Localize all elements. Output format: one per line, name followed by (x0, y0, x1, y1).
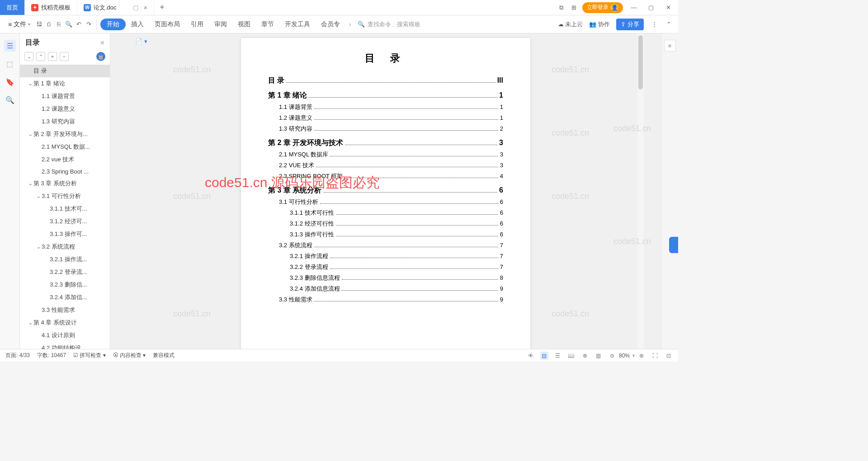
outline-item[interactable]: 3.1.3 操作可... (20, 228, 110, 240)
word-count[interactable]: 字数: 10467 (37, 352, 66, 359)
zoom-dropdown-icon[interactable]: ▾ (632, 353, 635, 358)
layout-icon[interactable]: ⧉ (557, 4, 565, 12)
watermark-bg: code51.cn (173, 192, 211, 201)
close-icon[interactable]: × (144, 4, 148, 11)
ai-assist-icon[interactable]: 🤖 (96, 52, 105, 61)
search-panel-icon[interactable]: 🔍 (4, 94, 16, 106)
outline-item[interactable]: ⌄第 4 章 系统设计 (20, 316, 110, 329)
tab-template[interactable]: ✦ 找稻壳模板 (25, 0, 77, 15)
tab-dup-icon[interactable]: ▢ (133, 4, 138, 11)
expand-all-icon[interactable]: ⌃ (36, 52, 45, 61)
nav-icon[interactable]: ⬚ (4, 58, 16, 70)
coop-button[interactable]: 👥 协作 (589, 20, 610, 28)
close-panel-icon[interactable]: × (100, 39, 104, 47)
outline-item[interactable]: 1.1 课题背景 (20, 90, 110, 103)
side-tab-icon[interactable] (669, 237, 678, 253)
cloud-icon: ☁ (558, 21, 564, 28)
right-collapse-bar: ≡ (661, 33, 678, 349)
titlebar-right: ⧉ ⊞ 立即登录 👤 — ▢ ✕ (557, 0, 678, 15)
login-button[interactable]: 立即登录 👤 (582, 2, 623, 13)
outline-view-icon[interactable]: ☰ (554, 352, 562, 360)
outline-item[interactable]: 2.1 MYSQL 数据... (20, 141, 110, 153)
layout-icon[interactable]: ⎙ (45, 20, 53, 28)
read-view-icon[interactable]: 📖 (567, 352, 576, 360)
compat-mode[interactable]: 兼容模式 (153, 352, 175, 359)
save-icon[interactable]: 🖫 (35, 20, 43, 28)
expand-right-icon[interactable]: ≡ (664, 40, 676, 52)
outline-icon[interactable]: ☰ (4, 40, 16, 52)
more-tabs-icon[interactable]: › (349, 21, 351, 28)
outline-title: 目录 (25, 38, 100, 47)
redo-icon[interactable]: ↷ (85, 20, 93, 28)
undo-icon[interactable]: ↶ (75, 20, 83, 28)
bookmark-icon[interactable]: 🔖 (4, 76, 16, 88)
settings-icon[interactable]: ⊡ (665, 352, 673, 360)
ribbon-tab-0[interactable]: 开始 (100, 19, 126, 30)
menu-button[interactable]: ≡ 文件 ▾ (5, 19, 33, 30)
outline-item[interactable]: ⌄第 1 章 绪论 (20, 77, 110, 90)
tab-document[interactable]: W 论文.doc ▢ × (77, 0, 154, 15)
outline-item[interactable]: ⌄3.2 系统流程 (20, 240, 110, 253)
outline-item[interactable]: 3.2.4 添加信... (20, 291, 110, 304)
outline-item[interactable]: 3.2.3 删除信... (20, 278, 110, 291)
scrollbar-thumb[interactable] (638, 35, 643, 89)
outline-item[interactable]: 2.3 Spring Boot ... (20, 166, 110, 177)
page-indicator[interactable]: 页面: 4/33 (5, 352, 30, 359)
ribbon-tab-8[interactable]: 会员专 (316, 18, 345, 31)
ribbon-tab-3[interactable]: 引用 (185, 18, 209, 31)
zoom-out-icon[interactable]: ⊖ (608, 352, 616, 360)
command-search[interactable]: 🔍 查找命令、搜索模板 (358, 20, 493, 28)
outline-item[interactable]: 3.2.2 登录流... (20, 266, 110, 278)
outline-item[interactable]: 2.2 vue 技术 (20, 153, 110, 166)
left-icon-bar: ☰ ⬚ 🔖 🔍 (0, 33, 20, 349)
cloud-status[interactable]: ☁ 未上云 (558, 20, 583, 28)
close-button[interactable]: ✕ (662, 0, 675, 15)
outline-item[interactable]: 目 录 (20, 65, 110, 77)
ribbon-tab-2[interactable]: 页面布局 (149, 18, 185, 31)
outline-item[interactable]: 1.2 课题意义 (20, 103, 110, 115)
document-area[interactable]: 📄 ▾ code51.cn code51.cn code51.cn code51… (110, 33, 661, 349)
apps-icon[interactable]: ⊞ (570, 4, 578, 12)
maximize-button[interactable]: ▢ (645, 0, 657, 15)
toolbar-right: ☁ 未上云 👥 协作 ⇪分享 ⋮ ⌃ (558, 19, 673, 30)
add-icon[interactable]: + (48, 52, 57, 61)
outline-item[interactable]: 3.1.1 技术可... (20, 202, 110, 215)
outline-item[interactable]: 3.2.1 操作流... (20, 253, 110, 266)
content-check[interactable]: ⦿ 内容检查 ▾ (113, 352, 146, 359)
kebab-icon[interactable]: ⋮ (650, 20, 658, 28)
remove-icon[interactable]: − (60, 52, 69, 61)
print-icon[interactable]: ⎘ (55, 20, 63, 28)
watermark-bg: code51.cn (552, 309, 589, 319)
zoom-level[interactable]: 80% (619, 353, 630, 359)
minimize-button[interactable]: — (627, 0, 640, 15)
outline-item[interactable]: ⌄第 2 章 开发环境与... (20, 128, 110, 141)
collapse-all-icon[interactable]: ⌄ (24, 52, 33, 61)
tab-home[interactable]: 首页 (0, 0, 25, 15)
collapse-ribbon-icon[interactable]: ⌃ (665, 20, 673, 28)
spell-check[interactable]: ☑ 拼写检查 ▾ (73, 352, 106, 359)
outline-item[interactable]: 4.2 功能结构设... (20, 342, 110, 349)
outline-item[interactable]: 3.3 性能需求 (20, 304, 110, 316)
page-action-icon[interactable]: 📄 ▾ (135, 38, 147, 45)
ribbon-tab-7[interactable]: 开发工具 (279, 18, 316, 31)
zoom-in-icon[interactable]: ⊕ (637, 352, 646, 360)
ribbon-tab-5[interactable]: 视图 (232, 18, 256, 31)
eye-icon[interactable]: 👁 (527, 352, 535, 360)
page-view-icon[interactable]: ▤ (540, 352, 548, 360)
outline-item[interactable]: ⌄第 3 章 系统分析 (20, 177, 110, 190)
outline-item[interactable]: ⌄3.1 可行性分析 (20, 190, 110, 202)
scrollbar-track[interactable] (637, 33, 644, 349)
new-tab-button[interactable]: + (154, 0, 170, 15)
outline-item[interactable]: 1.3 研究内容 (20, 115, 110, 128)
preview-icon[interactable]: 🔍 (65, 20, 73, 28)
ribbon-tab-4[interactable]: 审阅 (209, 18, 232, 31)
outline-item[interactable]: 3.1.2 经济可... (20, 215, 110, 228)
split-view-icon[interactable]: ▥ (594, 352, 603, 360)
outline-item[interactable]: 4.1 设计原则 (20, 329, 110, 342)
web-view-icon[interactable]: ⊕ (581, 352, 589, 360)
tab-label: 找稻壳模板 (41, 4, 71, 12)
share-button[interactable]: ⇪分享 (616, 19, 644, 30)
ribbon-tab-6[interactable]: 章节 (256, 18, 279, 31)
fullscreen-icon[interactable]: ⛶ (651, 352, 659, 360)
ribbon-tab-1[interactable]: 插入 (126, 18, 149, 31)
